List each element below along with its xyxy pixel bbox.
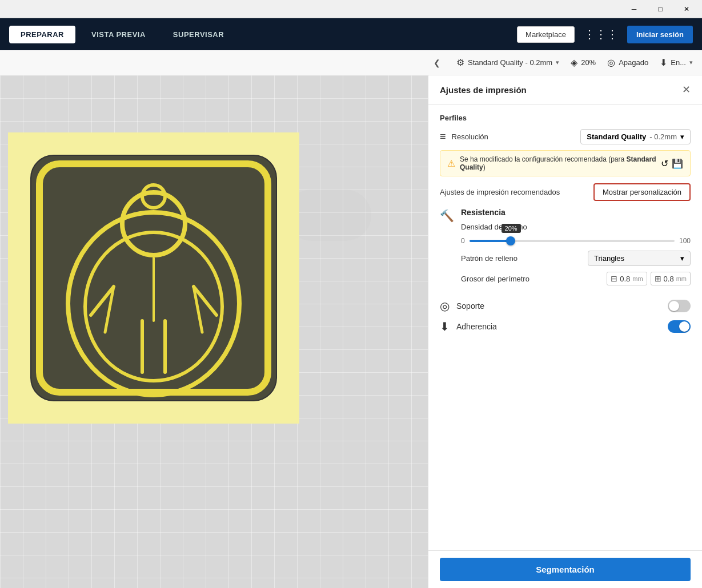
adherence-toggle[interactable] — [668, 320, 691, 333]
adherence-toggle-knob — [679, 321, 689, 332]
export-chevron-icon: ▾ — [689, 59, 693, 66]
tab-vista-previa[interactable]: VISTA PREVIA — [80, 26, 157, 43]
quality-label: Standard Quality - 0.2mm — [468, 58, 552, 67]
resolution-row: ≡ Resolución Standard Quality - 0.2mm ▾ — [440, 129, 691, 144]
density-thumb[interactable] — [506, 236, 515, 245]
support-selector[interactable]: ◎ Apagado — [607, 57, 648, 68]
resistance-content: Resistencia Densidad de relleno 0 20% — [461, 208, 691, 291]
warning-icon: ⚠ — [447, 158, 455, 169]
resistance-icon: 🔨 — [440, 209, 454, 223]
canvas-area[interactable] — [0, 75, 428, 588]
nav-tabs: PREPARAR VISTA PREVIA SUPERVISAR — [9, 26, 517, 43]
main-area: Ajustes de impresión ✕ Perfiles ≡ Resolu… — [0, 75, 702, 588]
support-toggle[interactable] — [668, 300, 691, 312]
support-toggle-label: Soporte — [456, 301, 661, 311]
density-max: 100 — [679, 237, 691, 245]
pattern-row: Patrón de relleno Triangles ▾ — [461, 251, 691, 266]
density-row: Densidad de relleno — [461, 223, 691, 231]
export-label: En... — [671, 58, 686, 67]
infill-value: 20% — [581, 58, 596, 67]
warning-refresh-button[interactable]: ↺ — [661, 158, 668, 169]
density-track — [470, 240, 675, 242]
resistance-label: Resistencia — [461, 208, 691, 217]
resolution-value-bold: Standard Quality — [587, 132, 646, 141]
density-slider-row: 0 20% 100 — [461, 237, 691, 245]
quality-selector[interactable]: ⚙ Standard Quality - 0.2mm ▾ — [456, 57, 559, 68]
pattern-label: Patrón de relleno — [461, 254, 588, 263]
adherence-toggle-label: Adherencia — [456, 322, 661, 331]
tab-supervisar[interactable]: SUPERVISAR — [162, 26, 235, 43]
perimeter-input-1[interactable]: ⊟ 0.8 mm — [607, 272, 647, 285]
infill-icon: ◈ — [571, 57, 577, 68]
density-fill — [470, 240, 511, 242]
nav-right: Marketplace ⋮⋮⋮ Iniciar sesión — [517, 25, 693, 43]
density-tooltip: 20% — [502, 224, 521, 233]
model-container — [8, 132, 299, 424]
infill-selector[interactable]: ◈ 20% — [571, 57, 596, 68]
export-icon: ⬇ — [660, 57, 667, 68]
support-toggle-icon: ◎ — [440, 299, 450, 313]
minimize-button[interactable]: ─ — [621, 0, 647, 18]
resistance-section: 🔨 Resistencia Densidad de relleno 0 20% — [440, 208, 691, 291]
export-selector[interactable]: ⬇ En... ▾ — [660, 57, 693, 68]
pattern-select[interactable]: Triangles ▾ — [588, 251, 691, 266]
pattern-value: Triangles — [594, 254, 624, 263]
recommended-label: Ajustes de impresión recomendados — [440, 188, 560, 196]
warning-row: ⚠ Se ha modificado la configuración reco… — [440, 150, 691, 176]
quality-chevron-icon: ▾ — [556, 59, 559, 66]
quality-icon: ⚙ — [456, 57, 464, 68]
warning-quality-bold: Standard Quality — [460, 155, 656, 171]
resolution-chevron-icon: ▾ — [680, 132, 684, 141]
density-slider[interactable]: 20% — [470, 240, 675, 242]
topnav: PREPARAR VISTA PREVIA SUPERVISAR Marketp… — [0, 18, 702, 50]
perimeter-row: Grosor del perímetro ⊟ 0.8 mm ⊞ 0.8 mm — [461, 272, 691, 285]
panel-footer: Segmentación — [428, 550, 702, 588]
perimeter-val2: 0.8 — [664, 275, 674, 283]
support-icon: ◎ — [607, 57, 615, 68]
titlebar: ─ □ ✕ — [0, 0, 702, 18]
perimeter-unit1: mm — [632, 275, 643, 282]
panel-body: Perfiles ≡ Resolución Standard Quality -… — [428, 104, 702, 550]
panel-header: Ajustes de impresión ✕ — [428, 75, 702, 104]
panel-title: Ajustes de impresión — [440, 85, 527, 95]
toolbar-chevron-left-icon[interactable]: ❮ — [434, 58, 440, 67]
settings-panel: Ajustes de impresión ✕ Perfiles ≡ Resolu… — [428, 75, 702, 588]
segmentation-button[interactable]: Segmentación — [440, 558, 691, 581]
grid-icon-button[interactable]: ⋮⋮⋮ — [579, 25, 623, 43]
marketplace-button[interactable]: Marketplace — [517, 26, 575, 43]
profiles-section-title: Perfiles — [440, 114, 691, 122]
support-label: Apagado — [619, 58, 648, 67]
signin-button[interactable]: Iniciar sesión — [627, 26, 693, 43]
perimeter-inputs: ⊟ 0.8 mm ⊞ 0.8 mm — [607, 272, 691, 285]
perimeter-unit2: mm — [676, 275, 687, 282]
resolution-icon: ≡ — [440, 131, 446, 143]
toolbar-strip: ❮ ⚙ Standard Quality - 0.2mm ▾ ◈ 20% ◎ A… — [0, 50, 702, 75]
perimeter-val1: 0.8 — [620, 275, 630, 283]
warning-save-button[interactable]: 💾 — [672, 158, 683, 169]
perimeter-label: Grosor del perímetro — [461, 275, 607, 283]
adherence-toggle-icon: ⬇ — [440, 320, 450, 333]
resolution-value-normal: - 0.2mm — [649, 132, 677, 141]
recommended-row: Ajustes de impresión recomendados Mostra… — [440, 183, 691, 201]
tab-preparar[interactable]: PREPARAR — [9, 26, 75, 43]
warning-text: Se ha modificado la configuración recome… — [460, 155, 656, 171]
show-customization-button[interactable]: Mostrar personalización — [593, 183, 691, 201]
model-svg — [25, 150, 282, 406]
support-row: ◎ Soporte — [440, 299, 691, 313]
panel-close-button[interactable]: ✕ — [682, 83, 691, 96]
maximize-button[interactable]: □ — [647, 0, 673, 18]
warning-actions: ↺ 💾 — [661, 158, 683, 169]
perimeter-horizontal-icon: ⊟ — [611, 274, 617, 283]
perimeter-vertical-icon: ⊞ — [655, 274, 661, 283]
resolution-label: Resolución — [452, 132, 575, 141]
support-toggle-knob — [669, 301, 679, 311]
adherence-row: ⬇ Adherencia — [440, 320, 691, 333]
density-label: Densidad de relleno — [461, 223, 691, 231]
density-min: 0 — [461, 237, 465, 245]
perimeter-input-2[interactable]: ⊞ 0.8 mm — [651, 272, 691, 285]
close-button[interactable]: ✕ — [673, 0, 700, 18]
resolution-select[interactable]: Standard Quality - 0.2mm ▾ — [580, 129, 691, 144]
pattern-chevron-icon: ▾ — [680, 254, 684, 263]
